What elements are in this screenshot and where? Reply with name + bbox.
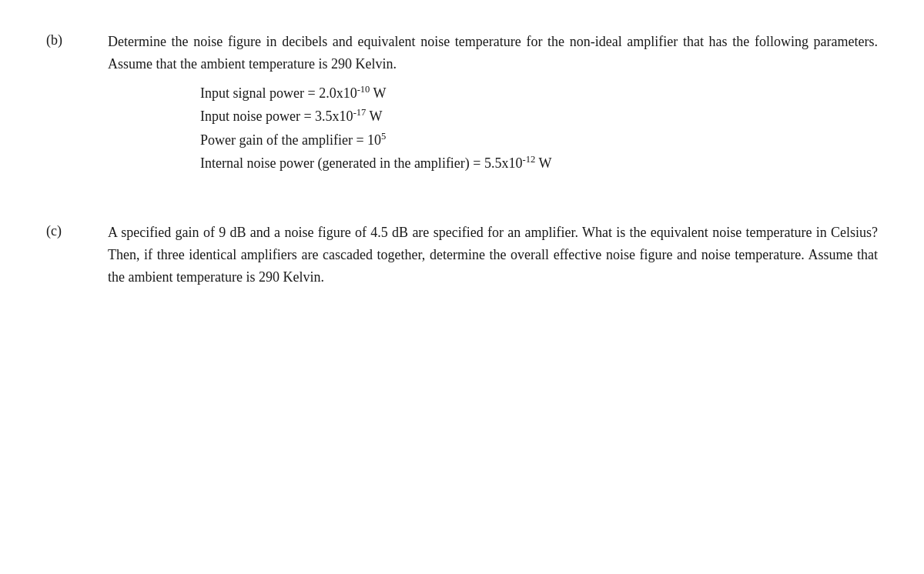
question-b: (b) Determine the noise figure in decibe… bbox=[46, 31, 878, 175]
question-c-label: (c) bbox=[46, 222, 108, 239]
params-block: Input signal power = 2.0x10-10 W Input n… bbox=[108, 82, 878, 175]
param-1: Input signal power = 2.0x10-10 W bbox=[200, 82, 878, 105]
param-4-sup: -12 bbox=[523, 154, 536, 165]
page-content: (b) Determine the noise figure in decibe… bbox=[46, 31, 878, 291]
question-c: (c) A specified gain of 9 dB and a noise… bbox=[46, 222, 878, 291]
param-3: Power gain of the amplifier = 105 bbox=[200, 128, 878, 152]
param-2: Input noise power = 3.5x10-17 W bbox=[200, 105, 878, 128]
question-b-label: (b) bbox=[46, 31, 108, 48]
param-1-sup: -10 bbox=[357, 84, 370, 95]
param-4: Internal noise power (generated in the a… bbox=[200, 152, 878, 175]
param-3-sup: 5 bbox=[381, 131, 386, 142]
question-c-text: A specified gain of 9 dB and a noise fig… bbox=[108, 222, 878, 288]
question-b-body: Determine the noise figure in decibels a… bbox=[108, 31, 878, 175]
question-b-text: Determine the noise figure in decibels a… bbox=[108, 31, 878, 75]
param-2-sup: -17 bbox=[353, 107, 367, 118]
question-c-body: A specified gain of 9 dB and a noise fig… bbox=[108, 222, 878, 291]
